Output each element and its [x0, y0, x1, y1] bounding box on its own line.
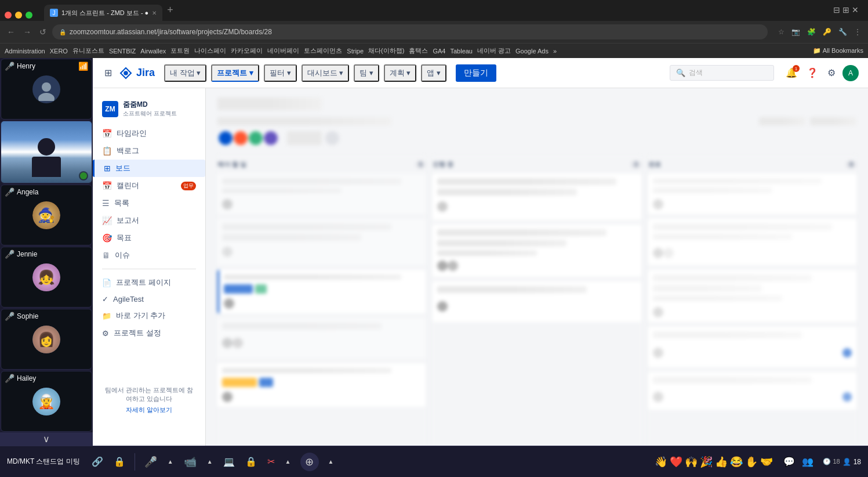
- share-screen-btn[interactable]: 💻: [220, 454, 238, 469]
- bookmark-airwallex[interactable]: Airwallex: [140, 48, 166, 55]
- meeting-lock-btn[interactable]: 🔒: [110, 454, 129, 469]
- sidebar-nav-item-issues[interactable]: 🖥 이슈: [93, 247, 205, 264]
- bookmark-cheda[interactable]: 채다(이하챕): [368, 46, 404, 55]
- bookmark-naver-ad[interactable]: 네이버 광고: [477, 46, 511, 55]
- sidebar-nav-agiletest[interactable]: ✓ AgileTest: [93, 291, 205, 307]
- bookmark-stripe[interactable]: Stripe: [347, 48, 364, 55]
- emoji-clap[interactable]: 🙌: [685, 456, 698, 468]
- kanban-card-ip3: [433, 281, 641, 322]
- bookmark-ga4[interactable]: GA4: [433, 48, 445, 55]
- jira-search-box[interactable]: 🔍 검색: [670, 65, 774, 81]
- bookmark-portone[interactable]: 포트원: [170, 46, 190, 55]
- nav-teams[interactable]: 팀 ▾: [354, 64, 379, 82]
- emoji-handshake[interactable]: 🤝: [760, 456, 773, 468]
- nav-dashboards[interactable]: 대시보드 ▾: [302, 64, 350, 82]
- project-header: ZM 줌줌MD 소프트웨어 프로젝트: [93, 95, 205, 125]
- zoom-chat-btn[interactable]: 💬: [781, 454, 797, 469]
- url-input[interactable]: 🔒 zoomzoomtour.atlassian.net/jira/softwa…: [52, 24, 768, 39]
- mute-btn[interactable]: 🎤: [141, 453, 161, 471]
- kanban-col-todo-cards: [217, 174, 426, 446]
- mute-options-btn[interactable]: ▲: [164, 456, 177, 467]
- nav-apps[interactable]: 앱 ▾: [421, 64, 446, 82]
- window-minimize-btn[interactable]: [15, 12, 22, 19]
- browser-tab[interactable]: J 1개의 스프린트 - ZMD 보드 - ● ✕: [44, 5, 162, 21]
- emoji-hand[interactable]: ✋: [745, 456, 758, 468]
- sidebar-nav-item-list[interactable]: ☰ 목록: [93, 194, 205, 212]
- security-btn[interactable]: 🔒: [242, 454, 260, 469]
- bookmark-more[interactable]: »: [553, 48, 557, 55]
- settings-btn[interactable]: ⚙: [825, 65, 838, 81]
- henry-mic-icon: 🎤: [5, 62, 14, 71]
- reports-icon: 📈: [102, 216, 112, 225]
- bookmark-naverpay[interactable]: 네이버페이: [267, 46, 299, 55]
- emoji-wave[interactable]: 👋: [655, 456, 667, 468]
- emoji-tada[interactable]: 🎉: [700, 456, 713, 468]
- extension-btn1[interactable]: 🧩: [805, 27, 818, 37]
- sidebar-nav-project-page[interactable]: 📄 프로젝트 페이지: [93, 274, 205, 291]
- window-maximize-btn[interactable]: [26, 12, 32, 19]
- bookmark-nicepay[interactable]: 나이스페이: [194, 46, 226, 55]
- new-tab-button[interactable]: +: [162, 4, 178, 16]
- extension-btn3[interactable]: 🔧: [836, 27, 849, 37]
- svg-point-1: [38, 93, 55, 101]
- sidebar-footer-link[interactable]: 자세히 알아보기: [102, 406, 196, 414]
- emoji-laugh[interactable]: 😂: [730, 456, 743, 468]
- sidebar-nav-add-shortcut[interactable]: 📁 바로 가기 추가: [93, 307, 205, 324]
- bookmark-sentbiz[interactable]: SENTBIZ: [109, 48, 136, 55]
- screenshot-btn[interactable]: 📷: [789, 27, 802, 37]
- jerry-video-bg: [1, 121, 92, 183]
- meeting-title: MD/MKT 스탠드업 미팅: [7, 457, 80, 467]
- scroll-participants-down-btn[interactable]: ∨: [0, 432, 93, 446]
- extension-btn2[interactable]: 🔑: [820, 27, 834, 37]
- reactions-options-btn[interactable]: ▲: [282, 456, 295, 467]
- sidebar-nav-item-calendar[interactable]: 📅 캘린더 업무: [93, 177, 205, 194]
- refresh-button[interactable]: ↺: [37, 25, 49, 39]
- sidebar-nav-item-reports[interactable]: 📈 보고서: [93, 212, 205, 229]
- window-close-btn[interactable]: [5, 12, 12, 19]
- create-button[interactable]: 만들기: [456, 64, 496, 82]
- jennie-mic-icon: 🎤: [5, 250, 14, 259]
- back-button[interactable]: ←: [5, 25, 17, 39]
- notifications-btn[interactable]: 🔔 1: [783, 65, 800, 81]
- bookmarks-bar: Administration XERO 유니포스트 SENTBIZ Airwal…: [0, 43, 868, 58]
- sidebar-nav-item-timeline[interactable]: 📅 타임라인: [93, 125, 205, 142]
- more-arrow-btn[interactable]: ▲: [325, 456, 337, 467]
- more-chevron-up-icon: ▲: [328, 458, 334, 465]
- more-options-btn[interactable]: ⊕: [300, 453, 319, 471]
- angela-avatar: 🧙: [32, 201, 60, 229]
- nav-my-work[interactable]: 내 작업 ▾: [164, 64, 206, 82]
- nav-plan[interactable]: 계획 ▾: [384, 64, 417, 82]
- bookmark-unipost[interactable]: 유니포스트: [72, 46, 104, 55]
- tab-close-btn[interactable]: ✕: [152, 10, 157, 16]
- nav-filters[interactable]: 필터 ▾: [264, 64, 297, 82]
- bookmark-hometax[interactable]: 홈택스: [409, 46, 428, 55]
- bookmark-google-ads[interactable]: Google Ads: [515, 48, 549, 55]
- bookmark-xero[interactable]: XERO: [50, 48, 68, 55]
- kanban-card-d5: [648, 372, 856, 410]
- zoom-participants-btn[interactable]: 👥: [800, 454, 816, 469]
- meeting-link-btn[interactable]: 🔗: [88, 454, 107, 469]
- jira-grid-icon-btn[interactable]: ⊞: [102, 65, 114, 81]
- col-todo-count: 5: [416, 161, 426, 168]
- video-btn[interactable]: 📹: [180, 453, 200, 471]
- bookmark-star-btn[interactable]: ☆: [776, 27, 787, 37]
- emoji-thumbsup[interactable]: 👍: [715, 456, 728, 468]
- bookmark-tableau[interactable]: Tableau: [450, 48, 473, 55]
- help-btn[interactable]: ❓: [804, 65, 820, 81]
- more-btn[interactable]: ⋮: [852, 27, 863, 37]
- participants-sidebar: 🎤 Henry 📶 🎤 Jerry |: [0, 58, 93, 446]
- bookmark-all[interactable]: 📁 All Bookmarks: [813, 47, 863, 55]
- emoji-heart[interactable]: ❤️: [670, 456, 682, 468]
- bookmark-tosspay[interactable]: 토스페이먼츠: [304, 46, 342, 55]
- forward-button[interactable]: →: [21, 25, 34, 39]
- sidebar-nav-item-board[interactable]: ⊞ 보드: [93, 160, 205, 177]
- bookmark-administration[interactable]: Administration: [5, 48, 45, 55]
- sidebar-nav-project-settings[interactable]: ⚙ 프로젝트 설정: [93, 324, 205, 342]
- sidebar-nav-item-backlog[interactable]: 📋 백로그: [93, 142, 205, 160]
- bookmark-kakaopay[interactable]: 카카오페이: [231, 46, 263, 55]
- video-options-btn[interactable]: ▲: [204, 456, 216, 467]
- reactions-btn[interactable]: ✂: [264, 454, 278, 469]
- nav-projects[interactable]: 프로젝트 ▾: [211, 64, 259, 82]
- profile-btn[interactable]: A: [842, 65, 859, 81]
- sidebar-nav-item-goals[interactable]: 🎯 목표: [93, 229, 205, 247]
